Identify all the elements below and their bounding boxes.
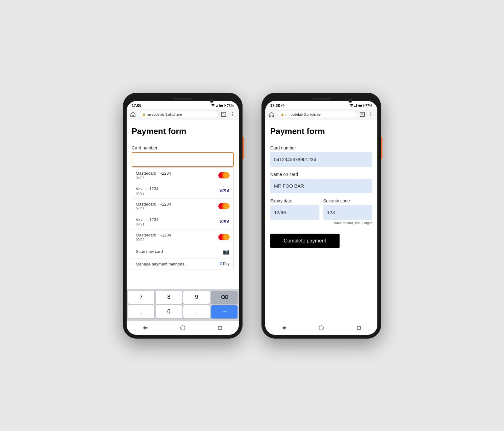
wifi-icon — [211, 104, 215, 107]
power-button-2 — [381, 137, 382, 159]
phone-2-screen: 17:28 — [265, 101, 377, 335]
address-bar-1[interactable]: 🔒 rm-codelab-3.glitch.me — [139, 111, 219, 118]
home-icon-2 — [269, 112, 274, 117]
svg-marker-16 — [282, 326, 286, 330]
autocomplete-item-mastercard-2[interactable]: Mastercard ····1234 04/23 — [132, 199, 233, 214]
home-button-1[interactable] — [130, 111, 136, 118]
complete-payment-button[interactable]: Complete payment — [270, 234, 340, 248]
phone-top-bar-2 — [265, 96, 377, 101]
card-number-input-1[interactable] — [132, 152, 234, 167]
card-name-2: Visa ····1234 — [136, 186, 158, 191]
nav-recents-2[interactable] — [354, 323, 363, 332]
visa-icon-1: VISA — [219, 188, 230, 193]
card-info-4: Visa ····1234 09/21 — [136, 217, 158, 226]
nav-home-2[interactable] — [317, 323, 326, 332]
page-divider-1 — [132, 139, 234, 139]
clock-icon — [281, 104, 284, 107]
submit-area: Complete payment — [270, 231, 372, 248]
back-icon-1 — [143, 326, 147, 330]
status-time-2: 17:28 — [270, 103, 280, 108]
browser-menu-2[interactable] — [367, 111, 374, 118]
card-name-1: Mastercard ····1234 — [136, 171, 171, 176]
expiry-input[interactable] — [270, 205, 319, 220]
key-backspace[interactable]: ⌫ — [211, 291, 238, 304]
phone-speaker — [173, 98, 192, 99]
phone-top-bar — [127, 96, 239, 101]
card-number-input-2[interactable] — [270, 152, 372, 167]
status-bar-1: 17:05 — [127, 101, 239, 109]
autocomplete-item-visa-1[interactable]: Visa ····1234 04/22 VISA — [132, 183, 233, 199]
web-content-1: Payment form Card number Mastercard ····… — [127, 120, 239, 289]
card-info-1: Mastercard ····1234 04/23 — [136, 171, 171, 180]
card-expiry-5: 09/22 — [136, 238, 171, 242]
key-9[interactable]: 9 — [183, 291, 210, 304]
phone-camera — [210, 99, 214, 103]
security-field-group: Security code Back of card, last 3 digit… — [323, 198, 372, 225]
svg-rect-15 — [356, 104, 357, 107]
browser-chrome-2: 🔒 rm-codelab-3.glitch.me D — [265, 109, 377, 120]
autocomplete-item-mastercard-1[interactable]: Mastercard ····1234 04/23 — [132, 168, 233, 183]
autocomplete-item-mastercard-3[interactable]: Mastercard ····1234 09/22 — [132, 230, 233, 245]
recents-icon-2 — [357, 326, 361, 330]
svg-rect-1 — [216, 106, 216, 107]
nav-home-1[interactable] — [178, 323, 187, 332]
key-7[interactable]: 7 — [128, 291, 154, 304]
url-text-1: rm-codelab-3.glitch.me — [147, 113, 182, 116]
card-number-label-1: Card number — [132, 145, 234, 150]
keyboard-row-1: 7 8 9 ⌫ — [128, 291, 238, 304]
key-0[interactable]: 0 — [156, 305, 182, 318]
expiry-field-group: Expiry date — [270, 198, 319, 225]
address-bar-2[interactable]: 🔒 rm-codelab-3.glitch.me — [277, 111, 357, 118]
signal-icon — [216, 104, 218, 107]
page-title-2: Payment form — [270, 126, 372, 136]
key-dot[interactable]: . — [183, 305, 210, 318]
key-8[interactable]: 8 — [156, 291, 182, 304]
manage-payment-label: Manage payment methods... — [136, 262, 188, 266]
page-divider-2 — [270, 139, 372, 139]
card-expiry-4: 09/21 — [136, 222, 158, 226]
camera-icon: 📷 — [223, 248, 230, 255]
status-time-group-2: 17:28 — [270, 103, 284, 108]
status-icons-2: 77% — [350, 104, 372, 108]
card-number-label-2: Card number — [270, 145, 372, 150]
phone-keyboard-1: 7 8 9 ⌫ , 0 . → — [127, 289, 239, 321]
browser-menu-1[interactable] — [229, 111, 236, 118]
svg-marker-5 — [143, 326, 147, 330]
phone-2: 17:28 — [261, 93, 381, 339]
browser-chrome-1: 🔒 rm-codelab-3.glitch.me D — [127, 109, 239, 120]
home-button-2[interactable] — [268, 111, 275, 118]
battery-percent-1: 76% — [227, 104, 234, 108]
home-nav-icon-1 — [180, 325, 185, 330]
nav-back-1[interactable] — [141, 323, 150, 332]
tab-count-icon-1[interactable]: D — [221, 112, 226, 117]
name-field-group: Name on card — [270, 172, 372, 193]
nav-recents-1[interactable] — [216, 323, 225, 332]
card-expiry-1: 04/23 — [136, 176, 171, 180]
gpay-icon: G Pay — [220, 262, 230, 266]
card-info-5: Mastercard ····1234 09/22 — [136, 233, 171, 242]
web-content-2: Payment form Card number Name on card Ex… — [265, 120, 377, 321]
svg-point-0 — [212, 106, 213, 107]
battery-icon — [219, 104, 226, 107]
card-expiry-2: 04/22 — [136, 191, 158, 195]
back-icon-2 — [282, 326, 286, 330]
row-fields: Expiry date Security code Back of card, … — [270, 198, 372, 225]
mastercard-icon-1 — [218, 172, 230, 179]
key-next[interactable]: → — [211, 305, 238, 318]
tab-count-icon-2[interactable]: D — [360, 112, 365, 117]
url-text-2: rm-codelab-3.glitch.me — [285, 113, 321, 116]
card-number-field-group-2: Card number — [270, 145, 372, 167]
autocomplete-dropdown-1: Mastercard ····1234 04/23 Visa ····1234 — [132, 167, 234, 270]
manage-payment-item[interactable]: Manage payment methods... G Pay — [132, 259, 233, 270]
svg-rect-18 — [357, 326, 360, 329]
scan-new-card-item[interactable]: Scan new card 📷 — [132, 245, 233, 259]
autocomplete-item-visa-2[interactable]: Visa ····1234 09/21 VISA — [132, 214, 233, 230]
phone-camera-2 — [348, 99, 352, 103]
name-input[interactable] — [270, 179, 372, 193]
svg-rect-12 — [354, 106, 355, 107]
nav-back-2[interactable] — [279, 323, 288, 332]
phone-bottom-nav-1 — [127, 321, 239, 335]
key-comma[interactable]: , — [128, 305, 154, 318]
home-icon — [130, 112, 135, 117]
security-input[interactable] — [323, 205, 372, 220]
